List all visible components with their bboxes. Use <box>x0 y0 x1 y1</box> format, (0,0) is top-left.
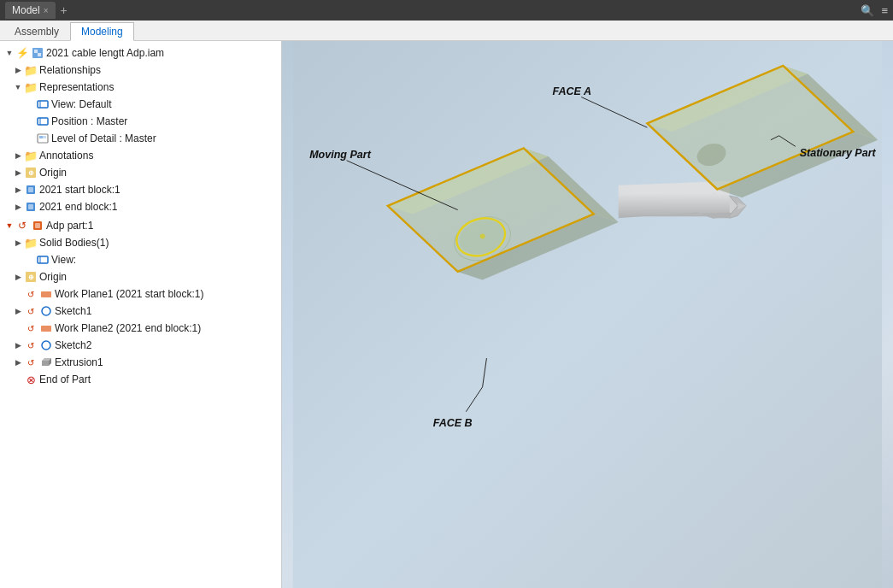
tree-item-origin-adp[interactable]: ▶ ⊕ Origin <box>0 268 281 285</box>
workplane2-icon <box>39 321 53 335</box>
part-icon-end <box>24 200 38 214</box>
tree-item-extrusion1[interactable]: ▶ ↺ Extrusion1 <box>0 354 281 371</box>
tree-item-lod-master[interactable]: ▶ Level of Detail : Master <box>0 130 281 147</box>
expand-representations[interactable]: ▼ <box>12 81 24 93</box>
tab-assembly[interactable]: Assembly <box>3 22 70 40</box>
tree-item-position-master[interactable]: ▶ Position : Master <box>0 113 281 130</box>
annotations-label: Annotations <box>39 150 93 162</box>
origin-root-label: Origin <box>39 167 67 179</box>
tree-item-workplane1[interactable]: ▶ ↺ Work Plane1 (2021 start block:1) <box>0 285 281 303</box>
tree-item-end-block[interactable]: ▶ 2021 end block:1 <box>0 198 281 215</box>
end-block-label: 2021 end block:1 <box>39 201 117 213</box>
sketch1-label: Sketch1 <box>55 305 91 317</box>
relationships-label: Relationships <box>39 64 101 76</box>
tree-item-end-of-part[interactable]: ▶ ⊗ End of Part <box>0 371 281 388</box>
tree-item-adp-part[interactable]: ▼ ↺ Adp part:1 <box>0 217 281 234</box>
svg-text:FACE A: FACE A <box>553 85 591 97</box>
no-expand: ▶ <box>24 98 36 110</box>
folder-icon: 📁 <box>24 63 38 77</box>
workplane1-label: Work Plane1 (2021 start block:1) <box>55 288 204 300</box>
tab-close-icon[interactable]: × <box>44 6 49 15</box>
extrusion1-icon <box>39 356 53 369</box>
representations-label: Representations <box>39 81 114 93</box>
view-adp-label: View: <box>51 254 76 266</box>
top-bar: Model × + 🔍 ≡ <box>0 0 893 21</box>
svg-rect-26 <box>42 361 49 366</box>
svg-rect-3 <box>38 101 48 108</box>
root-label: 2021 cable lengtt Adp.iam <box>46 47 164 59</box>
svg-point-25 <box>42 341 50 350</box>
lightning-icon: ⚡ <box>15 46 29 60</box>
tree-item-representations[interactable]: ▼ 📁 Representations <box>0 79 281 96</box>
tab-modeling[interactable]: Modeling <box>70 22 134 41</box>
folder-icon-solid: 📁 <box>24 236 38 250</box>
workplane2-label: Work Plane2 (2021 end block:1) <box>55 322 201 334</box>
expand-sketch2[interactable]: ▶ <box>12 339 24 351</box>
adp-sync-icon: ↺ <box>15 219 29 232</box>
sketch2-label: Sketch2 <box>55 339 91 351</box>
svg-rect-17 <box>35 223 40 228</box>
new-tab-icon[interactable]: + <box>61 3 68 17</box>
expand-solid-bodies[interactable]: ▶ <box>12 237 24 249</box>
svg-rect-18 <box>38 256 48 263</box>
expand-relationships[interactable]: ▶ <box>12 64 24 76</box>
tree-item-annotations[interactable]: ▶ 📁 Annotations <box>0 147 281 164</box>
expand-origin-adp[interactable]: ▶ <box>12 271 24 283</box>
svg-text:⊕: ⊕ <box>28 169 34 177</box>
svg-rect-24 <box>41 326 51 332</box>
expand-root[interactable]: ▼ <box>3 47 15 59</box>
left-panel: ▼ ⚡ 2021 cable lengtt Adp.iam ▶ 📁 Relati… <box>0 41 282 588</box>
origin-adp-label: Origin <box>39 271 67 283</box>
sync-icon-sk1: ↺ <box>24 304 38 318</box>
origin-icon: ⊕ <box>24 166 38 179</box>
origin-adp-icon: ⊕ <box>24 270 38 284</box>
viewport-svg: FACE A Stationary Part Moving Part FACE … <box>282 41 893 588</box>
sync-icon-wp2: ↺ <box>24 321 38 335</box>
tree-item-origin-root[interactable]: ▶ ⊕ Origin <box>0 164 281 181</box>
svg-rect-15 <box>28 204 33 209</box>
tree-item-sketch2[interactable]: ▶ ↺ Sketch2 <box>0 337 281 354</box>
position-icon <box>36 115 50 128</box>
model-tab[interactable]: Model × <box>5 2 56 19</box>
svg-point-23 <box>42 307 50 315</box>
end-of-part-label: End of Part <box>39 373 91 385</box>
svg-rect-2 <box>38 53 41 56</box>
extrusion1-label: Extrusion1 <box>55 356 103 368</box>
adp-part-icon <box>31 219 44 232</box>
top-icons: 🔍 ≡ <box>861 4 888 17</box>
expand-sketch1[interactable]: ▶ <box>12 305 24 317</box>
menu-icon[interactable]: ≡ <box>881 4 888 17</box>
lod-icon <box>36 132 50 145</box>
tree-root[interactable]: ▼ ⚡ 2021 cable lengtt Adp.iam <box>0 44 281 62</box>
tree-item-relationships[interactable]: ▶ 📁 Relationships <box>0 62 281 79</box>
folder-icon-ann: 📁 <box>24 149 38 162</box>
sync-icon-wp1: ↺ <box>24 287 38 301</box>
svg-rect-5 <box>38 118 48 125</box>
expand-adp[interactable]: ▼ <box>3 220 15 232</box>
expand-end-block[interactable]: ▶ <box>12 201 24 213</box>
search-icon[interactable]: 🔍 <box>861 4 874 17</box>
expand-origin-root[interactable]: ▶ <box>12 167 24 179</box>
solid-bodies-label: Solid Bodies(1) <box>39 237 109 249</box>
svg-rect-13 <box>28 187 33 192</box>
folder-icon-rep: 📁 <box>24 80 38 94</box>
start-block-label: 2021 start block:1 <box>39 184 120 196</box>
viewport[interactable]: FACE A Stationary Part Moving Part FACE … <box>282 41 893 588</box>
lod-master-label: Level of Detail : Master <box>51 132 156 144</box>
tree-item-start-block[interactable]: ▶ 2021 start block:1 <box>0 181 281 198</box>
expand-annotations[interactable]: ▶ <box>12 150 24 162</box>
main-area: ▼ ⚡ 2021 cable lengtt Adp.iam ▶ 📁 Relati… <box>0 41 893 588</box>
view-icon <box>36 97 50 111</box>
sync-icon-ext: ↺ <box>24 356 38 369</box>
expand-start-block[interactable]: ▶ <box>12 184 24 196</box>
tree-item-view-adp[interactable]: ▶ View: <box>0 251 281 268</box>
tree-item-solid-bodies[interactable]: ▶ 📁 Solid Bodies(1) <box>0 234 281 251</box>
tree-item-sketch1[interactable]: ▶ ↺ Sketch1 <box>0 303 281 320</box>
tree-container: ▼ ⚡ 2021 cable lengtt Adp.iam ▶ 📁 Relati… <box>0 41 281 588</box>
assembly-icon <box>31 46 44 60</box>
toolbar-tabs: Assembly Modeling <box>0 21 893 41</box>
tree-item-view-default[interactable]: ▶ View: Default <box>0 96 281 113</box>
tree-item-workplane2[interactable]: ▶ ↺ Work Plane2 (2021 end block:1) <box>0 320 281 337</box>
position-master-label: Position : Master <box>51 115 127 127</box>
expand-extrusion1[interactable]: ▶ <box>12 356 24 368</box>
